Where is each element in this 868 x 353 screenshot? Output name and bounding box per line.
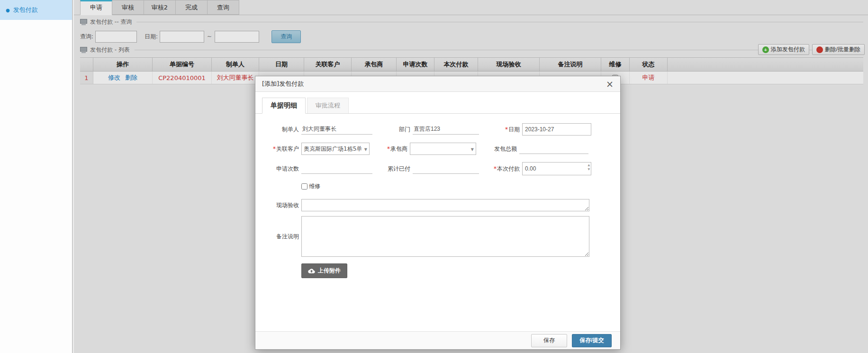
tab-bar: 申请 审核 审核2 完成 查询 <box>74 0 868 15</box>
col-header-acceptance: 现场验收 <box>478 58 540 71</box>
tab-apply[interactable]: 申请 <box>80 0 112 15</box>
col-header-remark: 备注说明 <box>540 58 601 71</box>
payment-label: *本次付款 <box>479 165 520 173</box>
date-field-label: *日期 <box>479 126 520 134</box>
section-divider-line <box>136 22 863 22</box>
total-field[interactable] <box>519 144 588 154</box>
col-header-customer: 关联客户 <box>304 58 352 71</box>
acceptance-label: 现场验收 <box>264 201 299 209</box>
upload-attachment-label: 上传附件 <box>318 267 341 275</box>
tab-doc-detail[interactable]: 单据明细 <box>262 98 306 114</box>
payment-field[interactable] <box>523 165 579 172</box>
section-divider-line <box>135 50 863 50</box>
date-range-separator: ~ <box>207 33 212 40</box>
remark-label: 备注说明 <box>264 233 299 241</box>
tab-complete[interactable]: 完成 <box>175 0 208 15</box>
search-button[interactable]: 查询 <box>271 30 301 43</box>
dialog-title-bar: [添加]发包付款 × <box>255 76 620 92</box>
tab-review[interactable]: 审核 <box>112 0 144 15</box>
contractor-select[interactable]: ▼ <box>410 143 476 155</box>
repair-checkbox-row: 维修 <box>301 182 620 190</box>
tab-search[interactable]: 查询 <box>207 0 239 15</box>
spinner-down-icon[interactable]: ▼ <box>588 168 590 171</box>
paid-label: 累计已付 <box>372 165 410 173</box>
required-mark: * <box>273 145 276 152</box>
chevron-down-icon: ▼ <box>364 147 367 152</box>
required-mark: * <box>387 145 390 152</box>
department-label: 部门 <box>372 126 410 134</box>
close-icon[interactable]: × <box>606 80 614 89</box>
customer-label: *关联客户 <box>264 145 299 153</box>
required-mark: * <box>505 126 508 133</box>
remark-textarea[interactable] <box>301 216 589 257</box>
monitor-icon <box>80 47 87 54</box>
apply-count-label: 申请次数 <box>264 165 299 173</box>
cell-doc-no: CP2204010001 <box>153 72 212 84</box>
save-submit-button[interactable]: 保存/提交 <box>572 334 612 347</box>
col-header-contractor: 承包商 <box>352 58 397 71</box>
dialog-form: 制单人 部门 *日期 *关联客户 奥克斯国际广场1栋5单 ▼ *承包商 ▼ 发包… <box>255 114 620 278</box>
department-field[interactable] <box>413 124 479 135</box>
upload-attachment-button[interactable]: 上传附件 <box>301 263 347 278</box>
sidebar-item-contract-payment[interactable]: ● 发包付款 <box>0 0 72 20</box>
list-section-header: 发包付款 - 列表 + 添加发包付款 × 删除/批量删除 <box>80 46 863 54</box>
apply-count-field[interactable] <box>301 163 372 174</box>
required-mark: * <box>494 165 497 172</box>
sidebar-item-label: 发包付款 <box>13 6 38 14</box>
remark-row: 备注说明 <box>264 216 620 257</box>
paid-field[interactable] <box>413 163 479 174</box>
spinner-up-icon[interactable]: ▲ <box>588 163 590 166</box>
creator-label: 制单人 <box>264 126 299 134</box>
col-header-filler <box>668 58 863 71</box>
payment-spinner: ▲ ▼ <box>522 162 591 175</box>
tab-review2[interactable]: 审核2 <box>144 0 176 15</box>
table-header-row: 操作 单据编号 制单人 日期 关联客户 承包商 申请次数 本次付款 现场验收 备… <box>80 57 863 72</box>
delete-link[interactable]: 删除 <box>125 73 137 82</box>
form-row-3: 申请次数 累计已付 *本次付款 ▲ ▼ <box>264 162 620 175</box>
delete-batch-button[interactable]: × 删除/批量删除 <box>812 44 865 55</box>
col-header-apply-count: 申请次数 <box>397 58 434 71</box>
keyword-label: 查询: <box>80 33 93 41</box>
add-payment-label: 添加发包付款 <box>771 45 805 54</box>
date-label: 日期: <box>145 33 158 41</box>
tabbar-divider <box>74 15 868 15</box>
col-header-action: 操作 <box>93 58 153 71</box>
sidebar: ● 发包付款 <box>0 0 73 353</box>
query-section-header: 发包付款 -- 查询 <box>80 18 863 26</box>
bullet-icon: ● <box>6 8 10 13</box>
add-payment-dialog: [添加]发包付款 × 单据明细 审批流程 制单人 部门 *日期 *关联客户 奥克… <box>255 76 621 350</box>
query-section-title: 发包付款 -- 查询 <box>90 18 132 26</box>
dialog-tab-bar: 单据明细 审批流程 <box>255 92 620 114</box>
cell-status: 申请 <box>630 72 668 84</box>
repair-checkbox[interactable] <box>301 183 307 190</box>
cell-filler <box>668 72 863 84</box>
col-header-repair: 维修 <box>601 58 630 71</box>
customer-select[interactable]: 奥克斯国际广场1栋5单 ▼ <box>301 143 370 155</box>
total-label: 发包总额 <box>476 145 517 153</box>
spinner-arrows: ▲ ▼ <box>588 163 590 171</box>
dialog-title: [添加]发包付款 <box>262 80 606 88</box>
date-field[interactable] <box>522 123 591 136</box>
cloud-upload-icon <box>308 268 315 274</box>
query-form: 查询: 日期: ~ 查询 <box>80 30 868 43</box>
contractor-label: *承包商 <box>370 145 407 153</box>
date-from-input[interactable] <box>160 31 204 43</box>
keyword-input[interactable] <box>95 31 137 43</box>
creator-field[interactable] <box>301 124 372 135</box>
col-header-doc-no: 单据编号 <box>153 58 212 71</box>
tab-approval-flow[interactable]: 审批流程 <box>307 98 349 113</box>
col-header-payment: 本次付款 <box>434 58 478 71</box>
repair-checkbox-label: 维修 <box>309 182 320 190</box>
edit-link[interactable]: 修改 <box>108 73 120 82</box>
date-to-input[interactable] <box>215 31 259 43</box>
list-toolbar: + 添加发包付款 × 删除/批量删除 <box>758 44 865 55</box>
delete-batch-label: 删除/批量删除 <box>825 45 860 54</box>
dialog-footer: 保存 保存/提交 <box>255 331 620 349</box>
form-row-1: 制单人 部门 *日期 <box>264 123 620 136</box>
customer-select-value: 奥克斯国际广场1栋5单 <box>304 145 362 153</box>
monitor-icon <box>80 19 87 26</box>
col-header-date: 日期 <box>259 58 304 71</box>
acceptance-textarea[interactable] <box>301 199 589 211</box>
add-payment-button[interactable]: + 添加发包付款 <box>758 44 809 55</box>
save-button[interactable]: 保存 <box>531 334 567 347</box>
